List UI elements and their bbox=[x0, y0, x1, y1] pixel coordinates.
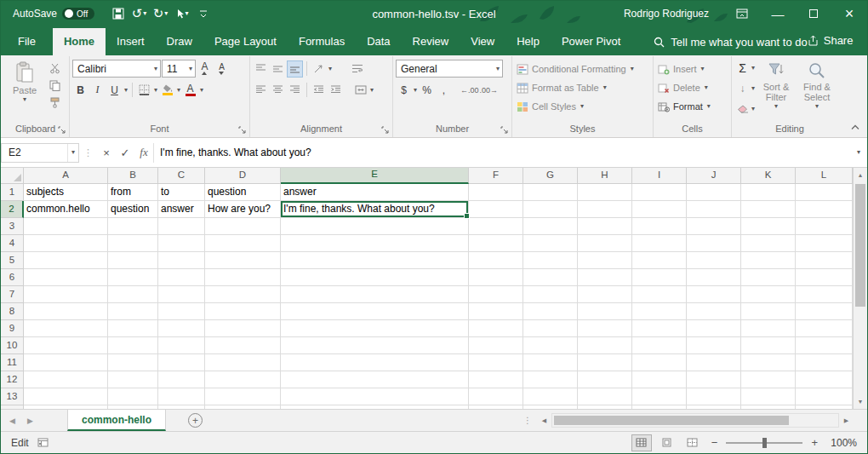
cell-J13[interactable] bbox=[687, 388, 741, 405]
cell-F10[interactable] bbox=[469, 337, 523, 354]
bottom-align-button[interactable] bbox=[287, 60, 303, 78]
sort-filter-button[interactable]: Sort & Filter▾ bbox=[756, 58, 797, 110]
cell-I3[interactable] bbox=[632, 218, 687, 235]
zoom-level[interactable]: 100% bbox=[826, 437, 857, 449]
cell-E12[interactable] bbox=[281, 371, 469, 388]
row-header-6[interactable]: 6 bbox=[1, 269, 24, 286]
cell-J10[interactable] bbox=[687, 337, 741, 354]
cell-D11[interactable] bbox=[205, 354, 281, 371]
cell-G10[interactable] bbox=[523, 337, 578, 354]
cell-L1[interactable] bbox=[796, 184, 853, 201]
page-layout-view-button[interactable] bbox=[657, 434, 677, 451]
bold-button[interactable]: B bbox=[72, 82, 89, 99]
cell-C5[interactable] bbox=[158, 252, 205, 269]
cell-I8[interactable] bbox=[632, 303, 687, 320]
cell-C2[interactable]: answer bbox=[158, 201, 205, 218]
column-header-E[interactable]: E bbox=[281, 168, 469, 184]
cell-A11[interactable] bbox=[24, 354, 108, 371]
cell-J4[interactable] bbox=[687, 235, 741, 252]
cell-L7[interactable] bbox=[796, 286, 853, 303]
orientation-button[interactable] bbox=[311, 60, 327, 78]
cell-K3[interactable] bbox=[741, 218, 796, 235]
normal-view-button[interactable] bbox=[631, 434, 652, 451]
cell-B9[interactable] bbox=[108, 320, 158, 337]
column-header-K[interactable]: K bbox=[741, 168, 796, 184]
cell-B10[interactable] bbox=[108, 337, 158, 354]
cell-C1[interactable]: to bbox=[158, 184, 205, 201]
cell-C7[interactable] bbox=[158, 286, 205, 303]
save-button[interactable] bbox=[108, 3, 128, 25]
user-name[interactable]: Rodrigo Rodriguez bbox=[624, 8, 709, 20]
cell-L4[interactable] bbox=[796, 235, 853, 252]
cell-H5[interactable] bbox=[578, 252, 632, 269]
cell-I6[interactable] bbox=[632, 269, 687, 286]
undo-button[interactable]: ↺▾ bbox=[129, 3, 150, 25]
expand-formula-bar-icon[interactable]: ▾ bbox=[852, 149, 865, 156]
cell-C13[interactable] bbox=[158, 388, 205, 405]
cell-H13[interactable] bbox=[578, 388, 632, 405]
cell-K11[interactable] bbox=[741, 354, 796, 371]
cell-E1[interactable]: answer bbox=[281, 184, 469, 201]
cell-H10[interactable] bbox=[578, 337, 632, 354]
cell-B6[interactable] bbox=[108, 269, 158, 286]
cell-C3[interactable] bbox=[158, 218, 205, 235]
cell-G8[interactable] bbox=[523, 303, 578, 320]
page-break-view-button[interactable] bbox=[682, 434, 703, 451]
cell-K5[interactable] bbox=[741, 252, 796, 269]
font-dialog-launcher[interactable] bbox=[238, 126, 246, 134]
cell-A5[interactable] bbox=[24, 252, 108, 269]
scroll-down-button[interactable]: ▼ bbox=[854, 394, 867, 409]
cell-D10[interactable] bbox=[205, 337, 281, 354]
vertical-scrollbar[interactable]: ▲ ▼ bbox=[853, 168, 867, 409]
cell-F3[interactable] bbox=[469, 218, 523, 235]
cell-G7[interactable] bbox=[523, 286, 578, 303]
middle-align-button[interactable] bbox=[270, 60, 286, 78]
tell-me-box[interactable]: Tell me what you want to do bbox=[654, 36, 807, 49]
cell-D3[interactable] bbox=[205, 218, 281, 235]
row-header-8[interactable]: 8 bbox=[1, 303, 24, 320]
row-header-12[interactable]: 12 bbox=[1, 371, 24, 388]
fill-color-button[interactable] bbox=[159, 82, 175, 99]
decrease-font-size-button[interactable]: A bbox=[214, 60, 230, 78]
percent-style-button[interactable]: % bbox=[419, 82, 435, 99]
cell-L13[interactable] bbox=[796, 388, 853, 405]
cell-F9[interactable] bbox=[469, 320, 523, 337]
cell-J8[interactable] bbox=[687, 303, 741, 320]
increase-indent-button[interactable] bbox=[328, 82, 344, 99]
cell-E2[interactable]: I'm fine, thanks. What about you? bbox=[281, 201, 469, 218]
zoom-slider-thumb[interactable] bbox=[762, 438, 767, 448]
row-header-7[interactable]: 7 bbox=[1, 286, 24, 303]
cell-B11[interactable] bbox=[108, 354, 158, 371]
cell-L8[interactable] bbox=[796, 303, 853, 320]
row-header-4[interactable]: 4 bbox=[1, 235, 24, 252]
cell-C11[interactable] bbox=[158, 354, 205, 371]
clipboard-dialog-launcher[interactable] bbox=[58, 126, 66, 134]
cell-I2[interactable] bbox=[632, 201, 687, 218]
cell-B1[interactable]: from bbox=[108, 184, 158, 201]
ribbon-tab-formulas[interactable]: Formulas bbox=[288, 28, 356, 55]
ribbon-tab-review[interactable]: Review bbox=[402, 28, 460, 55]
cell-J6[interactable] bbox=[687, 269, 741, 286]
cell-styles-button[interactable]: Cell Styles▾ bbox=[515, 97, 650, 116]
cell-F5[interactable] bbox=[469, 252, 523, 269]
cell-K10[interactable] bbox=[741, 337, 796, 354]
row-header-3[interactable]: 3 bbox=[1, 218, 24, 235]
cell-A4[interactable] bbox=[24, 235, 108, 252]
cell-A3[interactable] bbox=[24, 218, 108, 235]
cell-F8[interactable] bbox=[469, 303, 523, 320]
cell-F11[interactable] bbox=[469, 354, 523, 371]
cell-A8[interactable] bbox=[24, 303, 108, 320]
insert-function-button[interactable]: fx bbox=[134, 143, 153, 162]
cell-J2[interactable] bbox=[687, 201, 741, 218]
delete-cells-button[interactable]: Delete▾ bbox=[656, 78, 728, 97]
zoom-out-button[interactable]: − bbox=[708, 436, 722, 449]
cell-E4[interactable] bbox=[281, 235, 469, 252]
cell-H9[interactable] bbox=[578, 320, 632, 337]
touch-mouse-mode-button[interactable]: ▾ bbox=[172, 3, 192, 25]
share-button[interactable]: Share bbox=[808, 34, 854, 47]
cell-H6[interactable] bbox=[578, 269, 632, 286]
increase-decimal-button[interactable]: ←.00 bbox=[460, 82, 479, 99]
merge-center-button[interactable] bbox=[352, 82, 368, 99]
zoom-slider[interactable] bbox=[726, 442, 802, 444]
horizontal-scroll-thumb[interactable] bbox=[554, 416, 789, 425]
